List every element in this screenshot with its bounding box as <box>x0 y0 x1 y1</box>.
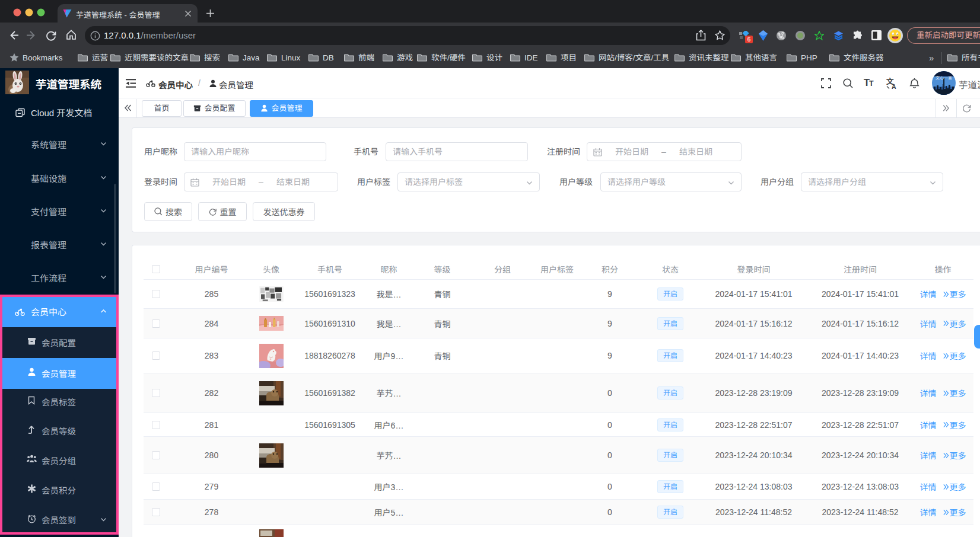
svg-text:文心一言: 文心一言 <box>936 76 952 80</box>
svg-text:A: A <box>892 83 896 89</box>
